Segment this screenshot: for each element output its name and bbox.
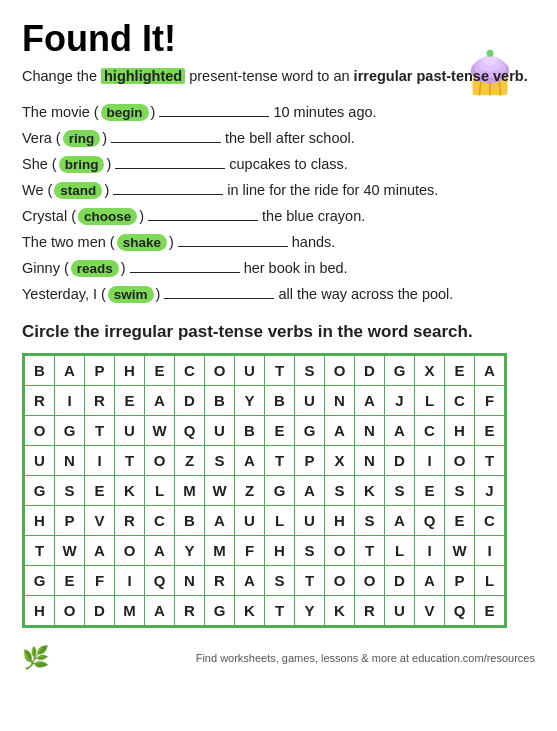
grid-cell: E xyxy=(145,356,175,386)
grid-cell: U xyxy=(235,506,265,536)
sentence-verb: begin xyxy=(101,104,149,121)
grid-cell: R xyxy=(205,566,235,596)
grid-cell: P xyxy=(55,506,85,536)
answer-blank xyxy=(115,168,225,169)
grid-cell: A xyxy=(145,596,175,626)
grid-cell: T xyxy=(295,566,325,596)
grid-cell: D xyxy=(385,446,415,476)
grid-cell: E xyxy=(415,476,445,506)
grid-cell: K xyxy=(115,476,145,506)
grid-cell: S xyxy=(385,476,415,506)
sentence-middle: ) xyxy=(169,234,174,250)
sentence-row: She ( bring ) cupcakes to class. xyxy=(22,156,535,173)
grid-cell: A xyxy=(145,536,175,566)
grid-cell: Y xyxy=(295,596,325,626)
grid-cell: W xyxy=(55,536,85,566)
grid-cell: Q xyxy=(415,506,445,536)
grid-row: HPVRCBAULUHSAQEC xyxy=(25,506,505,536)
grid-cell: A xyxy=(325,416,355,446)
sentence-before: Vera ( xyxy=(22,130,61,146)
grid-cell: O xyxy=(355,566,385,596)
grid-cell: B xyxy=(235,416,265,446)
sentence-after: her book in bed. xyxy=(244,260,348,276)
grid-cell: V xyxy=(415,596,445,626)
grid-cell: E xyxy=(85,476,115,506)
grid-cell: S xyxy=(355,506,385,536)
sentence-before: Ginny ( xyxy=(22,260,69,276)
sentence-after: all the way across the pool. xyxy=(278,286,453,302)
grid-cell: R xyxy=(175,596,205,626)
grid-row: BAPHECOUTSODGXEA xyxy=(25,356,505,386)
grid-cell: I xyxy=(415,446,445,476)
grid-cell: O xyxy=(205,356,235,386)
grid-cell: C xyxy=(415,416,445,446)
grid-cell: G xyxy=(205,596,235,626)
grid-cell: H xyxy=(25,596,55,626)
sentence-verb: ring xyxy=(63,130,101,147)
sentence-row: We ( stand ) in line for the ride for 40… xyxy=(22,182,535,199)
grid-cell: F xyxy=(475,386,505,416)
grid-cell: J xyxy=(475,476,505,506)
grid-cell: D xyxy=(385,566,415,596)
grid-cell: T xyxy=(25,536,55,566)
grid-cell: I xyxy=(475,536,505,566)
sentence-middle: ) xyxy=(156,286,161,302)
grid-cell: O xyxy=(325,536,355,566)
grid-cell: X xyxy=(415,356,445,386)
footer-logo: 🌿 xyxy=(22,645,49,671)
grid-cell: D xyxy=(355,356,385,386)
footer-copyright: Find worksheets, games, lessons & more a… xyxy=(196,652,535,664)
answer-blank xyxy=(178,246,288,247)
grid-cell: W xyxy=(145,416,175,446)
grid-cell: T xyxy=(265,356,295,386)
grid-cell: I xyxy=(55,386,85,416)
grid-cell: S xyxy=(325,476,355,506)
grid-cell: Q xyxy=(445,596,475,626)
grid-cell: A xyxy=(145,386,175,416)
sentence-verb: bring xyxy=(59,156,105,173)
grid-cell: E xyxy=(445,356,475,386)
grid-row: TWAOAYMFHSOTLIWI xyxy=(25,536,505,566)
grid-cell: H xyxy=(265,536,295,566)
sentence-row: The movie ( begin ) 10 minutes ago. xyxy=(22,104,455,121)
grid-cell: I xyxy=(85,446,115,476)
grid-cell: Q xyxy=(145,566,175,596)
answer-blank xyxy=(113,194,223,195)
sentences-section: The movie ( begin ) 10 minutes ago.Vera … xyxy=(22,104,535,303)
grid-cell: G xyxy=(265,476,295,506)
grid-cell: H xyxy=(115,356,145,386)
grid-cell: C xyxy=(175,356,205,386)
grid-cell: K xyxy=(325,596,355,626)
grid-row: HODMARGKTYKRUVQE xyxy=(25,596,505,626)
grid-cell: W xyxy=(205,476,235,506)
sentence-list: The movie ( begin ) 10 minutes ago.Vera … xyxy=(22,104,535,303)
grid-cell: X xyxy=(325,446,355,476)
grid-cell: A xyxy=(55,356,85,386)
grid-cell: O xyxy=(115,536,145,566)
grid-cell: H xyxy=(325,506,355,536)
grid-cell: W xyxy=(445,536,475,566)
grid-cell: E xyxy=(445,506,475,536)
grid-cell: B xyxy=(25,356,55,386)
grid-cell: B xyxy=(265,386,295,416)
grid-cell: Y xyxy=(235,386,265,416)
grid-cell: C xyxy=(475,506,505,536)
grid-cell: H xyxy=(445,416,475,446)
sentence-middle: ) xyxy=(102,130,107,146)
grid-cell: P xyxy=(295,446,325,476)
sentence-middle: ) xyxy=(121,260,126,276)
grid-cell: L xyxy=(265,506,295,536)
grid-cell: Q xyxy=(175,416,205,446)
grid-cell: C xyxy=(445,386,475,416)
grid-cell: R xyxy=(115,506,145,536)
grid-cell: N xyxy=(55,446,85,476)
answer-blank xyxy=(159,116,269,117)
sentence-middle: ) xyxy=(104,182,109,198)
grid-cell: V xyxy=(85,506,115,536)
grid-cell: J xyxy=(385,386,415,416)
answer-blank xyxy=(148,220,258,221)
grid-cell: E xyxy=(475,416,505,446)
sentence-before: Crystal ( xyxy=(22,208,76,224)
grid-cell: C xyxy=(145,506,175,536)
grid-cell: L xyxy=(415,386,445,416)
